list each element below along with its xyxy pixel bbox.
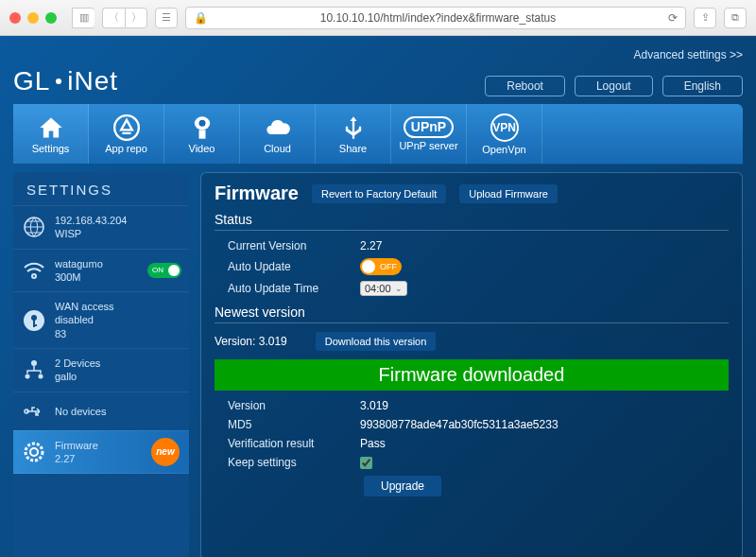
keep-settings-checkbox[interactable] bbox=[360, 457, 372, 469]
minimize-window-icon[interactable] bbox=[27, 12, 39, 24]
dot-icon bbox=[56, 78, 61, 84]
svg-rect-7 bbox=[33, 324, 37, 326]
svg-point-8 bbox=[31, 360, 37, 366]
status-heading: Status bbox=[215, 212, 729, 231]
keep-settings-label: Keep settings bbox=[228, 456, 351, 469]
reboot-button[interactable]: Reboot bbox=[485, 76, 565, 96]
wifi-icon bbox=[23, 259, 45, 282]
close-window-icon[interactable] bbox=[9, 12, 21, 24]
browser-chrome: ▥ 〈 〉 ☰ 🔒 10.10.10.10/html/index?index&f… bbox=[0, 0, 756, 36]
nav-openvpn[interactable]: VPN OpenVpn bbox=[467, 104, 542, 164]
sidebar-toggle-icon[interactable]: ▥ bbox=[72, 8, 94, 28]
sidebar-item-clients[interactable]: 2 Devicesgallo bbox=[13, 348, 189, 392]
advanced-settings-link[interactable]: Advanced settings >> bbox=[634, 48, 743, 61]
auto-update-toggle[interactable]: OFF bbox=[360, 258, 402, 275]
sidebar-item-label: No devices bbox=[55, 405, 106, 418]
auto-update-label: Auto Update bbox=[228, 260, 351, 273]
brand-logo: GLiNet bbox=[13, 66, 118, 96]
download-version-button[interactable]: Download this version bbox=[316, 332, 437, 351]
sidebar-item-wan-ip[interactable]: 192.168.43.204WISP bbox=[13, 205, 189, 249]
gear-icon bbox=[23, 441, 45, 463]
sidebar-item-wifi[interactable]: watagumo300M ON bbox=[13, 249, 189, 292]
key-icon bbox=[23, 309, 45, 332]
sidebar: SETTINGS 192.168.43.204WISP watagumo300M… bbox=[13, 172, 189, 557]
router-admin-page: Advanced settings >> GLiNet Reboot Logou… bbox=[0, 36, 756, 557]
cloud-icon bbox=[265, 114, 291, 141]
forward-button[interactable]: 〉 bbox=[125, 8, 147, 28]
app-store-icon bbox=[113, 114, 140, 141]
sidebar-item-wan-access[interactable]: WAN accessdisabled83 bbox=[13, 291, 189, 348]
nav-upnp[interactable]: UPnP UPnP server bbox=[391, 104, 467, 164]
md5-label: MD5 bbox=[228, 418, 351, 431]
nav-cloud[interactable]: Cloud bbox=[240, 104, 316, 164]
auto-update-time-label: Auto Update Time bbox=[228, 282, 351, 295]
new-badge-icon: new bbox=[151, 438, 180, 466]
nav-share[interactable]: Share bbox=[316, 104, 391, 164]
maximize-window-icon[interactable] bbox=[45, 12, 57, 24]
nav-video[interactable]: Video bbox=[164, 104, 240, 164]
dl-version-label: Version bbox=[228, 399, 351, 412]
top-nav: Settings App repo Video Cloud Share UPnP… bbox=[13, 104, 743, 165]
newest-version-heading: Newest version bbox=[215, 305, 729, 323]
window-traffic-lights bbox=[9, 12, 57, 24]
auto-update-time-select[interactable]: 04:00 bbox=[360, 281, 407, 296]
network-icon bbox=[23, 358, 45, 381]
dl-version-value: 3.019 bbox=[360, 399, 388, 412]
sidebar-item-usb[interactable]: No devices bbox=[13, 392, 189, 430]
verify-label: Verification result bbox=[228, 437, 351, 450]
vpn-badge-icon: VPN bbox=[490, 113, 519, 142]
md5-value: 993808778ade47ab30fc5311a3ae5233 bbox=[360, 418, 558, 431]
reader-icon[interactable]: ☰ bbox=[155, 8, 178, 28]
sidebar-item-label: 192.168.43.204WISP bbox=[55, 214, 127, 241]
svg-point-12 bbox=[30, 448, 38, 456]
verify-value: Pass bbox=[360, 437, 386, 450]
camera-icon bbox=[189, 114, 215, 141]
back-button[interactable]: 〈 bbox=[102, 8, 125, 28]
newest-version-label: Version: 3.019 bbox=[215, 335, 287, 348]
current-version-value: 2.27 bbox=[360, 239, 382, 252]
main-panel: Firmware Revert to Factory Default Uploa… bbox=[200, 172, 743, 557]
revert-factory-button[interactable]: Revert to Factory Default bbox=[312, 184, 446, 203]
sidebar-item-firmware[interactable]: Firmware2.27 new bbox=[13, 430, 189, 475]
sidebar-title: SETTINGS bbox=[13, 178, 189, 205]
current-version-label: Current Version bbox=[228, 239, 351, 252]
sidebar-item-label: Firmware2.27 bbox=[55, 439, 98, 466]
sidebar-item-label: 2 Devicesgallo bbox=[55, 357, 100, 384]
sidebar-item-label: watagumo300M bbox=[55, 257, 103, 285]
reload-icon[interactable]: ⟳ bbox=[668, 11, 678, 25]
home-icon bbox=[38, 114, 64, 141]
upnp-badge-icon: UPnP bbox=[404, 116, 454, 138]
sidebar-item-label: WAN accessdisabled83 bbox=[55, 300, 114, 340]
download-status-banner: Firmware downloaded bbox=[215, 359, 729, 391]
url-bar[interactable]: 🔒 10.10.10.10/html/index?index&firmware_… bbox=[185, 7, 686, 29]
svg-point-9 bbox=[26, 374, 30, 379]
logout-button[interactable]: Logout bbox=[575, 76, 653, 96]
usb-plug-icon bbox=[23, 400, 45, 423]
svg-point-2 bbox=[198, 119, 205, 126]
nav-settings[interactable]: Settings bbox=[13, 104, 89, 164]
language-button[interactable]: English bbox=[662, 76, 743, 96]
page-title: Firmware bbox=[215, 183, 299, 204]
share-icon[interactable]: ⇪ bbox=[694, 8, 716, 28]
url-text: 10.10.10.10/html/index?index&firmware_st… bbox=[214, 11, 662, 25]
usb-icon bbox=[340, 114, 367, 141]
upgrade-button[interactable]: Upgrade bbox=[364, 476, 441, 496]
globe-icon bbox=[23, 216, 45, 238]
upload-firmware-button[interactable]: Upload Firmware bbox=[459, 184, 558, 203]
nav-app-repo[interactable]: App repo bbox=[89, 104, 164, 164]
wifi-toggle[interactable]: ON bbox=[147, 263, 181, 278]
lock-icon: 🔒 bbox=[194, 11, 208, 25]
tabs-icon[interactable]: ⧉ bbox=[724, 8, 747, 28]
svg-point-11 bbox=[26, 444, 43, 461]
svg-point-10 bbox=[39, 374, 43, 379]
